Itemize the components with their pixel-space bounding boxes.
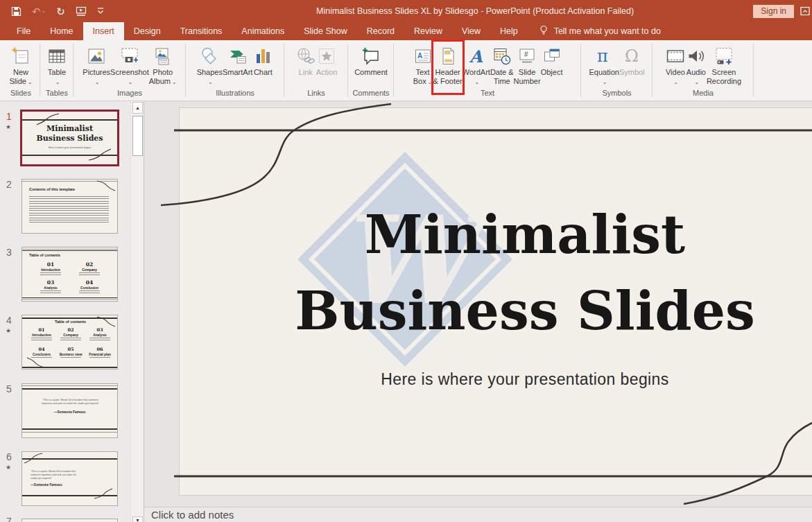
thumb-author: —Someone Famous [31, 482, 94, 491]
group-links: Link Action Links [284, 40, 348, 101]
tab-design[interactable]: Design [124, 22, 171, 40]
symbol-button[interactable]: Ω Symbol [619, 42, 645, 88]
slide-number-label: 6 [6, 451, 12, 462]
svg-text:#: # [524, 51, 528, 58]
group-symbols: π Equation ⌄ Ω Symbol Symbols [581, 40, 653, 101]
svg-text:A: A [417, 52, 422, 60]
scroll-up-button[interactable]: ▲ [132, 102, 143, 114]
tab-insert[interactable]: Insert [83, 22, 124, 40]
equation-button[interactable]: π Equation ⌄ [589, 42, 619, 88]
tab-review[interactable]: Review [404, 22, 452, 40]
smartart-button[interactable]: SmartArt [223, 42, 252, 88]
slide-subtitle[interactable]: Here is where your presentation begins [180, 370, 812, 389]
smartart-icon [227, 44, 248, 68]
scrollbar-thumb[interactable] [132, 116, 143, 156]
slide-thumbnail-1[interactable]: MinimalistBusiness Slides Here is where … [20, 110, 119, 166]
photo-album-button[interactable]: Photo Album⌄ [149, 42, 177, 88]
text-box-icon: A [413, 44, 433, 68]
tell-me-box[interactable]: Tell me what you want to do [539, 22, 661, 40]
thumbnail-scrollbar[interactable]: ▲ ▼ [130, 101, 144, 522]
animation-star-icon: ★ [6, 123, 11, 130]
animation-star-icon: ★ [6, 327, 11, 334]
ribbon: New Slide⌄ Slides Table ⌄ Tables Picture [0, 40, 812, 101]
slide-thumbnail-2[interactable]: Contents of this template [21, 179, 118, 234]
table-icon [46, 44, 67, 68]
undo-icon[interactable]: ↶⌄ [32, 6, 46, 17]
slide-thumbnail-panel: 1 ★ MinimalistBusiness Slides Here is wh… [0, 101, 130, 522]
scroll-down-button[interactable]: ▼ [132, 516, 143, 522]
slide-number-button[interactable]: # Slide Number [514, 42, 541, 88]
slide-thumbnail-6[interactable]: “This is a quote. Words full of wisdom t… [21, 451, 118, 506]
ribbon-display-options-icon[interactable] [800, 6, 810, 19]
chevron-down-icon: ⌄ [474, 79, 479, 85]
start-from-beginning-icon[interactable] [76, 6, 87, 17]
group-comments: Comment Comments [348, 40, 394, 101]
tab-view[interactable]: View [452, 22, 490, 40]
slide-editing-surface[interactable]: W MinimalistBusiness Slides Here is wher… [179, 107, 812, 496]
comment-icon [361, 44, 381, 68]
text-box-button[interactable]: A Text Box⌄ [413, 42, 433, 88]
tab-animations[interactable]: Animations [232, 22, 294, 40]
thumb-author: —Someone Famous [22, 410, 117, 419]
chevron-down-icon: ⌄ [128, 79, 133, 85]
tab-record[interactable]: Record [357, 22, 404, 40]
slide-title[interactable]: MinimalistBusiness Slides [180, 197, 812, 349]
sign-in-button[interactable]: Sign in [753, 5, 794, 18]
screen-recording-icon [714, 44, 734, 68]
tab-transitions[interactable]: Transitions [171, 22, 232, 40]
header-footer-icon [438, 44, 458, 68]
chevron-down-icon: ⌄ [674, 79, 679, 85]
action-button[interactable]: Action [316, 42, 338, 88]
tab-file[interactable]: File [7, 22, 40, 40]
decorative-curve [94, 488, 113, 499]
screenshot-button[interactable]: Screenshot ⌄ [110, 42, 149, 88]
screen-recording-button[interactable]: Screen Recording [707, 42, 741, 88]
notes-pane[interactable]: Click to add notes [144, 507, 812, 522]
slide-number-label: 5 [6, 383, 12, 394]
audio-button[interactable]: Audio ⌄ [686, 42, 707, 88]
animation-star-icon: ★ [6, 464, 11, 471]
thumb-subtitle: Here is where your presentation begins [22, 146, 117, 153]
shapes-button[interactable]: Shapes ⌄ [197, 42, 223, 88]
slide-number-label: 4 [6, 315, 12, 326]
group-label-text: Text [394, 88, 581, 101]
header-footer-button[interactable]: Header & Footer [433, 42, 463, 88]
pictures-icon [86, 44, 107, 68]
link-icon [295, 44, 316, 68]
wordart-button[interactable]: A WordArt ⌄ [463, 42, 490, 88]
slide-thumbnail-5[interactable]: “This is a quote. Words full of wisdom t… [21, 383, 118, 438]
group-media: Video ⌄ Audio ⌄ Screen Recording Media [653, 40, 754, 101]
scroll-down-icon: ▼ [135, 518, 140, 522]
equation-icon: π [594, 44, 614, 68]
object-button[interactable]: Object [541, 42, 563, 88]
group-tables: Table ⌄ Tables [40, 40, 74, 101]
svg-text:A: A [469, 46, 483, 67]
chart-button[interactable]: Chart [252, 42, 273, 88]
new-slide-button[interactable]: New Slide⌄ [9, 42, 32, 88]
chevron-down-icon: ⌄ [208, 79, 213, 85]
slide-thumbnail-4[interactable]: Table of contents 01Introduction 02Compa… [21, 315, 118, 369]
chevron-down-icon: ⌄ [172, 79, 177, 85]
tab-home[interactable]: Home [40, 22, 83, 40]
customize-qat-icon[interactable] [97, 7, 104, 15]
chevron-down-icon: ⌄ [95, 79, 100, 85]
group-slides: New Slide⌄ Slides [1, 40, 40, 101]
group-label-slides: Slides [1, 88, 40, 101]
wordart-icon: A [466, 44, 487, 68]
video-button[interactable]: Video ⌄ [665, 42, 686, 88]
tab-help[interactable]: Help [490, 22, 528, 40]
slide-thumbnail-3[interactable]: Table of contents 01Introduction 02Compa… [21, 247, 118, 302]
slide-thumbnail-7[interactable] [21, 519, 118, 522]
redo-icon[interactable]: ↻ [56, 6, 65, 17]
save-icon[interactable] [11, 6, 21, 17]
object-icon [542, 44, 562, 68]
slide-number-icon: # [517, 44, 537, 68]
link-button[interactable]: Link [295, 42, 316, 88]
comment-button[interactable]: Comment [354, 42, 388, 88]
svg-text:π: π [597, 46, 608, 66]
slide-canvas: W MinimalistBusiness Slides Here is wher… [144, 101, 812, 507]
table-button[interactable]: Table ⌄ [46, 42, 67, 88]
tab-slide-show[interactable]: Slide Show [294, 22, 357, 40]
date-time-button[interactable]: Date & Time [490, 42, 514, 88]
pictures-button[interactable]: Pictures ⌄ [83, 42, 110, 88]
